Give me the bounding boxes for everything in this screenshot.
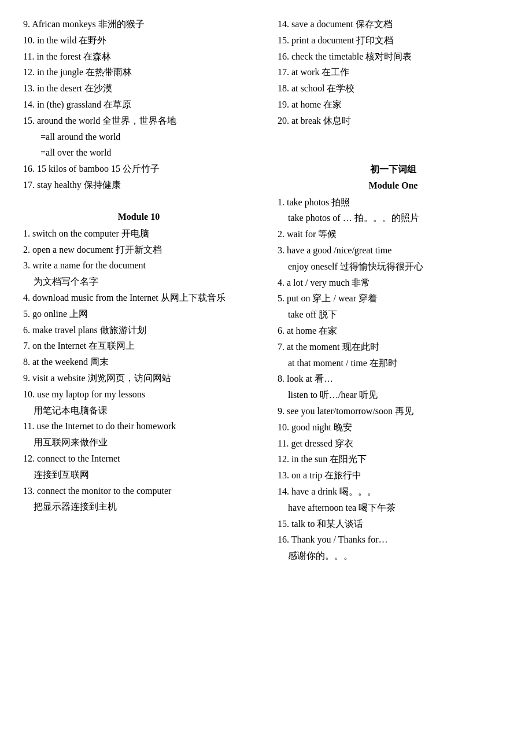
m10-item-5: 5. go online 上网	[23, 307, 254, 322]
m10-item-13-extra: 把显示器连接到主机	[34, 500, 254, 514]
m10-item-11: 11. use the Internet to do their homewor…	[23, 419, 254, 434]
m1-item-3: 3. have a good /nice/great time	[278, 244, 509, 258]
m10-item-13: 13. connect the monitor to the computer	[23, 484, 254, 499]
m10-item-7: 7. on the Internet 在互联网上	[23, 339, 254, 353]
r-item-16: 16. check the timetable 核对时间表	[278, 50, 509, 64]
item-12: 12. in the jungle 在热带雨林	[23, 65, 254, 80]
m1-item-8: 8. look at 看…	[278, 372, 509, 386]
m1-item-13: 13. on a trip 在旅行中	[278, 469, 509, 483]
m1-item-3-extra: enjoy oneself 过得愉快玩得很开心	[288, 260, 509, 274]
m1-item-9: 9. see you later/tomorrow/soon 再见	[278, 404, 509, 419]
module-one-subtitle: Module One	[278, 180, 509, 191]
m1-item-6: 6. at home 在家	[278, 324, 509, 338]
r-item-19: 19. at home 在家	[278, 98, 509, 112]
module-one-title: 初一下词组	[278, 164, 509, 176]
module10-title: Module 10	[23, 212, 254, 222]
right-column: 14. save a document 保存文档 15. print a doc…	[272, 17, 509, 565]
left-column: 9. African monkeys 非洲的猴子 10. in the wild…	[23, 17, 260, 565]
m10-item-3: 3. write a name for the document	[23, 259, 254, 273]
m1-item-4: 4. a lot / very much 非常	[278, 276, 509, 290]
equals-line-1: =all around the world	[40, 130, 254, 145]
m10-item-3-extra: 为文档写个名字	[34, 275, 254, 289]
m10-item-8: 8. at the weekend 周末	[23, 355, 254, 370]
m1-item-12: 12. in the sun 在阳光下	[278, 452, 509, 467]
m1-item-15: 15. talk to 和某人谈话	[278, 517, 509, 532]
m1-item-16: 16. Thank you / Thanks for…	[278, 533, 509, 547]
item-9: 9. African monkeys 非洲的猴子	[23, 17, 254, 32]
r-item-15: 15. print a document 打印文档	[278, 34, 509, 48]
item-16: 16. 15 kilos of bamboo 15 公斤竹子	[23, 162, 254, 176]
equals-line-2: =all over the world	[40, 146, 254, 160]
m10-item-12: 12. connect to the Internet	[23, 452, 254, 466]
m1-item-5: 5. put on 穿上 / wear 穿着	[278, 292, 509, 306]
m10-item-6: 6. make travel plans 做旅游计划	[23, 323, 254, 338]
r-item-17: 17. at work 在工作	[278, 65, 509, 80]
m1-item-11: 11. get dressed 穿衣	[278, 437, 509, 451]
m10-item-9: 9. visit a website 浏览网页，访问网站	[23, 371, 254, 386]
r-item-14: 14. save a document 保存文档	[278, 17, 509, 32]
m10-item-10: 10. use my laptop for my lessons	[23, 388, 254, 402]
m1-item-8-extra: listen to 听…/hear 听见	[288, 388, 509, 403]
m1-item-14: 14. have a drink 喝。。。	[278, 485, 509, 499]
m10-item-4: 4. download music from the Internet 从网上下…	[23, 291, 254, 305]
item-17: 17. stay healthy 保持健康	[23, 178, 254, 193]
m1-item-7-extra: at that moment / time 在那时	[288, 356, 509, 371]
m1-item-10: 10. good night 晚安	[278, 421, 509, 435]
item-11: 11. in the forest 在森林	[23, 50, 254, 64]
m10-item-10-extra: 用笔记本电脑备课	[34, 404, 254, 418]
item-15: 15. around the world 全世界，世界各地	[23, 114, 254, 128]
item-10: 10. in the wild 在野外	[23, 34, 254, 48]
m10-item-12-extra: 连接到互联网	[34, 468, 254, 482]
item-14: 14. in (the) grassland 在草原	[23, 98, 254, 112]
m1-item-14-extra: have afternoon tea 喝下午茶	[288, 501, 509, 515]
m10-item-11-extra: 用互联网来做作业	[34, 436, 254, 450]
r-item-18: 18. at school 在学校	[278, 82, 509, 96]
m10-item-2: 2. open a new document 打开新文档	[23, 243, 254, 257]
m10-item-1: 1. switch on the computer 开电脑	[23, 227, 254, 241]
m1-item-5-extra: take off 脱下	[288, 308, 509, 322]
m1-item-2: 2. wait for 等候	[278, 227, 509, 242]
m1-item-1: 1. take photos 拍照	[278, 196, 509, 210]
m1-item-7: 7. at the moment 现在此时	[278, 340, 509, 355]
m1-item-1-extra: take photos of … 拍。。。的照片	[288, 211, 509, 226]
m1-item-16-extra: 感谢你的。。。	[288, 549, 509, 563]
r-item-20: 20. at break 休息时	[278, 114, 509, 128]
item-13: 13. in the desert 在沙漠	[23, 82, 254, 96]
